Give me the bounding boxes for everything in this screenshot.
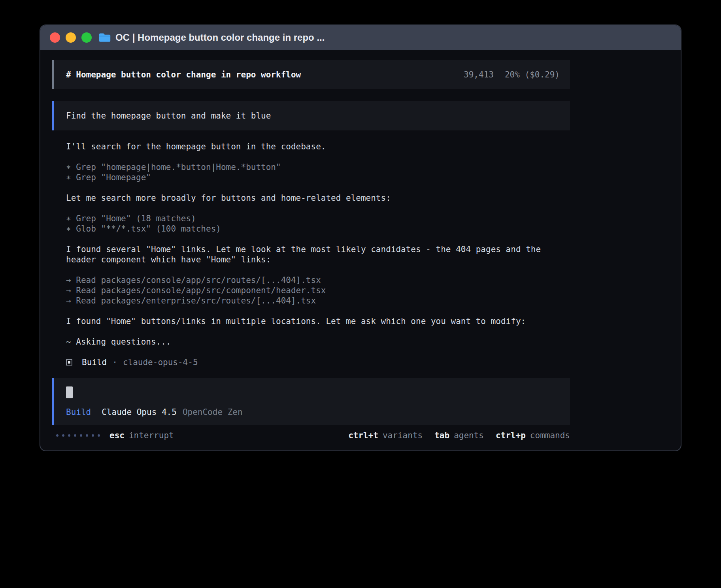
assistant-text: I found several "Home" links. Let me loo… [66,244,570,265]
agent-model: claude-opus-4-5 [123,357,198,368]
prompt-meta: Build Claude Opus 4.5 OpenCode Zen [66,407,560,417]
assistant-paragraph: I'll search for the homepage button in t… [66,141,570,152]
spinner-dots [56,434,100,437]
tool-call-read: → Read packages/console/app/src/componen… [66,285,570,296]
shortcut-variants: ctrl+t variants [348,430,423,441]
assistant-text: Let me search more broadly for buttons a… [66,193,570,203]
assistant-paragraph: Let me search more broadly for buttons a… [66,193,570,203]
close-button[interactable] [50,32,60,43]
tool-call-grep: ∗ Grep "Homepage" [66,172,570,183]
minimize-button[interactable] [66,32,76,43]
prompt-agent-mode[interactable]: Build [66,407,91,417]
assistant-response: I'll search for the homepage button in t… [52,141,570,368]
tool-call-read: → Read packages/enterprise/src/routes/[.… [66,296,570,306]
terminal-window: OC | Homepage button color change in rep… [40,24,681,451]
user-message: Find the homepage button and make it blu… [52,101,570,130]
tool-call-read: → Read packages/console/app/src/routes/[… [66,275,570,285]
status-bar-right: ctrl+t variants tab agents ctrl+p comman… [348,430,570,441]
folder-icon [98,32,111,43]
agent-separator: · [112,357,117,368]
agent-status-line: Build · claude-opus-4-5 [66,357,570,368]
status-bar-left: esc interrupt [56,430,174,441]
working-status: ~ Asking questions... [66,337,570,347]
session-stats: 39,413 20% ($0.29) [464,70,560,80]
title-bar: OC | Homepage button color change in rep… [40,25,681,50]
session-header: # Homepage button color change in repo w… [52,60,570,89]
user-message-text: Find the homepage button and make it blu… [66,111,271,121]
agent-icon [66,359,72,366]
shortcut-commands: ctrl+p commands [496,430,570,441]
prompt-input[interactable]: Build Claude Opus 4.5 OpenCode Zen [52,378,570,425]
session-title: # Homepage button color change in repo w… [66,70,301,80]
tool-call-group: ∗ Grep "Home" (18 matches) ∗ Glob "**/*.… [66,213,570,234]
agent-name: Build [82,357,107,368]
assistant-text: I found "Home" buttons/links in multiple… [66,316,570,326]
esc-key-label: interrupt [129,430,174,441]
terminal-content: # Homepage button color change in repo w… [40,50,681,450]
token-count: 39,413 [464,70,494,80]
working-status-text: ~ Asking questions... [66,337,570,347]
context-usage: 20% ($0.29) [505,70,560,80]
assistant-text: I'll search for the homepage button in t… [66,141,570,152]
assistant-paragraph: I found "Home" buttons/links in multiple… [66,316,570,326]
status-bar: esc interrupt ctrl+t variants tab agents… [52,430,570,441]
tool-call-group: → Read packages/console/app/src/routes/[… [66,275,570,306]
tool-call-grep: ∗ Grep "Home" (18 matches) [66,213,570,224]
traffic-lights [50,32,92,43]
window-title: OC | Homepage button color change in rep… [115,32,325,43]
tool-call-grep: ∗ Grep "homepage|home.*button|Home.*butt… [66,162,570,172]
prompt-provider: OpenCode Zen [183,407,243,417]
tool-call-group: ∗ Grep "homepage|home.*button|Home.*butt… [66,162,570,183]
assistant-paragraph: I found several "Home" links. Let me loo… [66,244,570,265]
esc-key-hint: esc [109,430,125,441]
prompt-model-name[interactable]: Claude Opus 4.5 [102,407,177,417]
shortcut-agents: tab agents [434,430,484,441]
tool-call-glob: ∗ Glob "**/*.tsx" (100 matches) [66,224,570,234]
text-cursor [66,386,73,398]
zoom-button[interactable] [81,32,92,43]
